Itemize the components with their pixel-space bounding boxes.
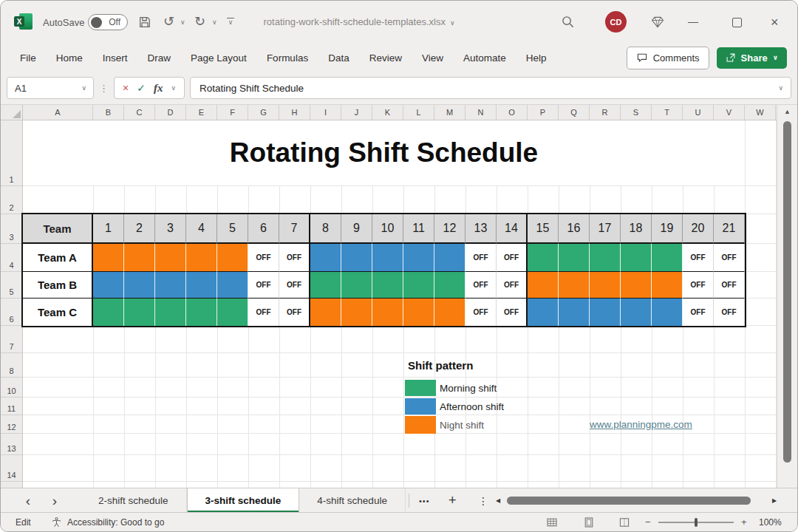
sheet-nav-left-icon[interactable]: ‹	[20, 488, 36, 513]
shift-cell[interactable]	[372, 299, 403, 326]
gem-icon[interactable]	[650, 15, 665, 30]
zoom-out-button[interactable]: −	[645, 513, 651, 531]
menu-item-view[interactable]: View	[422, 52, 443, 64]
column-header-S[interactable]: S	[621, 105, 652, 120]
off-cell[interactable]: OFF	[714, 299, 745, 326]
undo-icon[interactable]: ↺	[163, 13, 174, 30]
shift-cell[interactable]	[403, 272, 434, 299]
save-icon[interactable]	[138, 16, 151, 29]
website-link[interactable]: www.planningpme.com	[590, 415, 692, 434]
shift-cell[interactable]	[155, 272, 186, 299]
shift-cell[interactable]	[559, 299, 590, 326]
day-header-8[interactable]: 8	[310, 214, 341, 244]
column-header-J[interactable]: J	[341, 105, 372, 120]
normal-view-icon[interactable]	[546, 516, 558, 528]
zoom-level[interactable]: 100%	[759, 513, 782, 531]
column-header-M[interactable]: M	[434, 105, 466, 120]
row-header-3[interactable]: 3	[1, 214, 22, 244]
zoom-slider[interactable]	[658, 522, 734, 523]
shift-cell[interactable]	[310, 244, 341, 272]
column-header-B[interactable]: B	[93, 105, 124, 120]
shift-cell[interactable]	[434, 272, 466, 299]
day-header-16[interactable]: 16	[559, 214, 590, 244]
menu-item-draw[interactable]: Draw	[148, 52, 171, 64]
day-header-2[interactable]: 2	[124, 214, 155, 244]
column-header-E[interactable]: E	[186, 105, 217, 120]
team-name-cell[interactable]: Team C	[23, 299, 93, 326]
sheet-tab-2-shift-schedule[interactable]: 2-shift schedule	[81, 488, 187, 513]
off-cell[interactable]: OFF	[714, 272, 745, 299]
scroll-right-icon[interactable]: ▶	[772, 488, 777, 513]
day-header-11[interactable]: 11	[403, 214, 434, 244]
insert-function-icon[interactable]: fx	[154, 82, 163, 95]
shift-cell[interactable]	[621, 272, 652, 299]
row-header-5[interactable]: 5	[1, 272, 22, 299]
legend-swatch-afternoon[interactable]	[405, 398, 436, 415]
shift-cell[interactable]	[590, 272, 621, 299]
day-header-19[interactable]: 19	[652, 214, 683, 244]
off-cell[interactable]: OFF	[248, 244, 279, 272]
column-header-F[interactable]: F	[217, 105, 248, 120]
day-header-7[interactable]: 7	[279, 214, 310, 244]
team-name-cell[interactable]: Team A	[23, 244, 93, 272]
column-header-T[interactable]: T	[652, 105, 683, 120]
day-header-14[interactable]: 14	[497, 214, 528, 244]
comments-button[interactable]: Comments	[627, 47, 709, 69]
sheet-nav-right-icon[interactable]: ›	[47, 488, 63, 513]
off-cell[interactable]: OFF	[279, 244, 310, 272]
day-header-6[interactable]: 6	[248, 214, 279, 244]
off-cell[interactable]: OFF	[466, 272, 497, 299]
column-header-H[interactable]: H	[279, 105, 310, 120]
row-header-8[interactable]: 8	[1, 353, 22, 378]
shift-cell[interactable]	[93, 272, 124, 299]
sheet-options-button[interactable]: ⋮	[478, 488, 488, 513]
day-header-1[interactable]: 1	[93, 214, 124, 244]
page-break-view-icon[interactable]	[618, 516, 630, 528]
day-header-20[interactable]: 20	[683, 214, 714, 244]
accessibility-status[interactable]: Accessibility: Good to go	[67, 513, 164, 531]
row-header-12[interactable]: 12	[1, 415, 22, 434]
off-cell[interactable]: OFF	[683, 272, 714, 299]
team-name-cell[interactable]: Team B	[23, 272, 93, 299]
name-box[interactable]: A1 ∨	[7, 77, 94, 99]
column-header-C[interactable]: C	[124, 105, 155, 120]
shift-cell[interactable]	[341, 299, 372, 326]
off-cell[interactable]: OFF	[466, 299, 497, 326]
day-header-18[interactable]: 18	[621, 214, 652, 244]
off-cell[interactable]: OFF	[497, 272, 528, 299]
shift-cell[interactable]	[155, 244, 186, 272]
off-cell[interactable]: OFF	[714, 244, 745, 272]
off-cell[interactable]: OFF	[279, 272, 310, 299]
select-all-corner[interactable]	[1, 105, 23, 120]
shift-cell[interactable]	[124, 244, 155, 272]
shift-cell[interactable]	[155, 299, 186, 326]
shift-cell[interactable]	[186, 299, 217, 326]
day-header-15[interactable]: 15	[528, 214, 559, 244]
formula-input[interactable]: Rotating Shift Schedule ∨	[190, 77, 791, 99]
cancel-icon[interactable]: ×	[123, 82, 129, 94]
menu-item-formulas[interactable]: Formulas	[267, 52, 308, 64]
shift-cell[interactable]	[652, 244, 683, 272]
shift-cell[interactable]	[403, 244, 434, 272]
column-header-W[interactable]: W	[745, 105, 776, 120]
zoom-slider-thumb[interactable]	[695, 518, 698, 527]
shift-cell[interactable]	[124, 299, 155, 326]
menu-item-review[interactable]: Review	[369, 52, 402, 64]
row-header-4[interactable]: 4	[1, 244, 22, 272]
day-header-3[interactable]: 3	[155, 214, 186, 244]
shift-cell[interactable]	[310, 299, 341, 326]
name-box-dropdown-icon[interactable]: ∨	[81, 85, 86, 92]
shift-cell[interactable]	[652, 272, 683, 299]
off-cell[interactable]: OFF	[466, 244, 497, 272]
team-column-header[interactable]: Team	[23, 214, 93, 244]
column-header-A[interactable]: A	[23, 105, 93, 120]
shift-cell[interactable]	[559, 272, 590, 299]
column-header-U[interactable]: U	[683, 105, 714, 120]
row-header-7[interactable]: 7	[1, 326, 22, 353]
undo-dropdown-icon[interactable]: ∨	[180, 19, 185, 26]
column-header-L[interactable]: L	[403, 105, 434, 120]
share-button[interactable]: Share ∨	[717, 47, 787, 69]
shift-cell[interactable]	[652, 299, 683, 326]
shift-cell[interactable]	[93, 244, 124, 272]
day-header-12[interactable]: 12	[434, 214, 466, 244]
